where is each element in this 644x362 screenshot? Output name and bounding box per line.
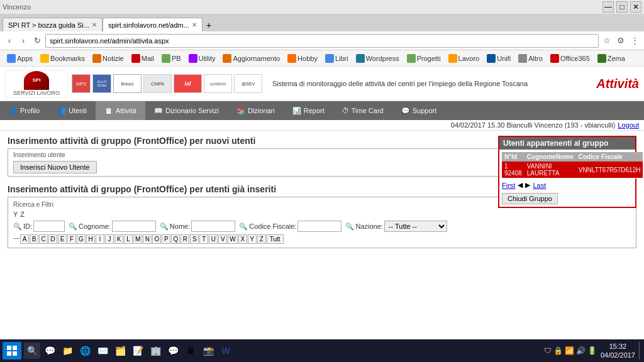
alpha-z[interactable]: Z (257, 234, 266, 244)
back-button[interactable]: ‹ (4, 35, 15, 47)
taskbar-cortana[interactable]: 💬 (42, 343, 58, 359)
taskbar-edge[interactable]: 🌐 (77, 343, 93, 359)
tab-spirt-close[interactable]: ✕ (192, 21, 197, 28)
alpha-c[interactable]: C (39, 234, 48, 244)
alpha-l[interactable]: L (124, 234, 133, 244)
tab-spirt[interactable]: spirt.sinfolavoro.net/adm... ✕ (103, 18, 203, 31)
alpha-x[interactable]: X (238, 234, 247, 244)
alpha-y[interactable]: Y (248, 234, 257, 244)
alpha-d[interactable]: D (48, 234, 57, 244)
nav-dizionari[interactable]: 📚 Dizionari (228, 101, 284, 120)
cognome-input[interactable] (112, 221, 156, 232)
taskbar-mail[interactable]: ✉️ (94, 343, 111, 359)
alpha-h[interactable]: H (86, 234, 95, 244)
alpha-t[interactable]: T (199, 234, 208, 244)
taskbar-camera[interactable]: 📸 (200, 343, 216, 359)
alpha-e[interactable]: E (58, 234, 67, 244)
alpha-a[interactable]: A (20, 234, 29, 244)
bm-lavoro[interactable]: Lavoro (445, 53, 483, 63)
taskbar-skype[interactable]: 💬 (165, 343, 181, 359)
taskbar-notepad[interactable]: 📝 (130, 343, 146, 359)
alpha-m[interactable]: M (133, 234, 142, 244)
nav-report[interactable]: 📊 Report (284, 101, 333, 120)
insert-new-utente-button[interactable]: Inserisci Nuovo Utente (13, 161, 97, 173)
start-button[interactable] (3, 342, 21, 359)
bm-libri[interactable]: Libri (322, 53, 352, 63)
bm-utility[interactable]: Utility (186, 53, 219, 63)
tray-battery[interactable]: 🔋 (587, 346, 597, 355)
alpha-i[interactable]: I (96, 234, 104, 244)
nome-input[interactable] (191, 221, 235, 232)
nav-support[interactable]: 💬 Support (392, 101, 446, 120)
alpha-j[interactable]: J (105, 234, 114, 244)
nome-search-icon: 🔍 (160, 222, 169, 231)
bm-bookmarks[interactable]: Bookmarks (37, 53, 88, 63)
bm-aggiornamento[interactable]: Aggiornamento (219, 53, 283, 63)
alpha-g[interactable]: G (77, 234, 86, 244)
close-group-button[interactable]: Chiudi Gruppo (502, 193, 558, 204)
first-page-link[interactable]: First (502, 182, 515, 189)
show-desktop-button[interactable] (639, 342, 641, 359)
tray-volume[interactable]: 🔊 (576, 346, 586, 355)
alpha-n[interactable]: N (143, 234, 152, 244)
taskbar-office[interactable]: 🏢 (147, 343, 164, 359)
bm-progetti[interactable]: Progetti (404, 53, 444, 63)
tray-network[interactable]: 📶 (565, 346, 574, 355)
address-input[interactable] (45, 34, 599, 48)
bm-notizie[interactable]: Notizie (89, 53, 127, 63)
taskbar-word[interactable]: W (218, 343, 234, 359)
filter-icon-y[interactable]: Y (13, 211, 18, 218)
alpha-o[interactable]: O (152, 234, 161, 244)
alpha-v[interactable]: V (218, 234, 227, 244)
filter-icon-z[interactable]: Z (20, 211, 25, 218)
nav-dizionario-servizi[interactable]: 📖 Dizionario Servizi (145, 101, 228, 120)
table-row[interactable]: 1 92408 VANNINI LAURETTA VNNLTT67R57D612… (502, 162, 643, 178)
nazione-select[interactable]: -- Tutte -- (384, 221, 447, 232)
alpha-b[interactable]: B (30, 234, 38, 244)
taskbar-calc[interactable]: 🖩 (182, 343, 199, 359)
menu-button[interactable]: ⋮ (629, 35, 640, 47)
bm-zema[interactable]: Zema (594, 53, 628, 63)
logout-link[interactable]: Logout (618, 121, 639, 129)
taskbar-explorer[interactable]: 📁 (59, 343, 75, 359)
tray-antivirus[interactable]: 🛡 (544, 346, 552, 355)
nav-profilo[interactable]: 👤 Profilo (0, 101, 48, 120)
bm-office365[interactable]: Office365 (547, 53, 593, 63)
alpha-p[interactable]: P (162, 234, 170, 244)
bm-apps[interactable]: Apps (4, 53, 36, 63)
bookmark-star[interactable]: ☆ (601, 35, 613, 47)
tray-security[interactable]: 🔒 (553, 346, 563, 355)
nav-timecard[interactable]: ⏱ Time Card (333, 101, 392, 120)
alpha-u[interactable]: U (209, 234, 218, 244)
bm-altro[interactable]: Altro (515, 53, 546, 63)
alpha-tutti[interactable]: Tutt (267, 234, 284, 244)
tab-spi[interactable]: SPI RT > bozza guida Si... ✕ (3, 18, 103, 31)
close-button[interactable]: ✕ (630, 1, 641, 13)
taskbar-search[interactable]: 🔍 (24, 343, 40, 359)
new-tab-button[interactable]: + (203, 19, 215, 31)
extensions-button[interactable]: ⚙ (615, 35, 626, 47)
minimize-button[interactable]: — (602, 1, 614, 13)
bm-wordpress[interactable]: Wordpress (353, 53, 402, 63)
time-display[interactable]: 15:32 04/02/2017 (601, 342, 635, 360)
alpha-q[interactable]: Q (171, 234, 180, 244)
codice-input[interactable] (297, 221, 341, 232)
last-page-link[interactable]: Last (533, 182, 546, 189)
maximize-button[interactable]: □ (616, 1, 628, 13)
alpha-s[interactable]: S (190, 234, 199, 244)
id-input[interactable] (33, 221, 65, 232)
forward-button[interactable]: › (18, 35, 29, 47)
bm-unifi[interactable]: Unifi (484, 53, 514, 63)
bm-mail[interactable]: Mail (128, 53, 157, 63)
alpha-f[interactable]: F (67, 234, 76, 244)
tab-spi-close[interactable]: ✕ (92, 21, 97, 28)
bm-pb[interactable]: PB (158, 53, 184, 63)
alpha-w[interactable]: W (228, 234, 237, 244)
nav-utenti[interactable]: 👥 Utenti (48, 101, 96, 120)
reload-button[interactable]: ↻ (31, 35, 43, 47)
bm-hobby[interactable]: Hobby (284, 53, 321, 63)
nav-attivita[interactable]: 📋 Attività (96, 101, 145, 120)
taskbar-filemanager[interactable]: 🗂️ (112, 343, 128, 359)
alpha-r[interactable]: R (180, 234, 189, 244)
alpha-k[interactable]: K (114, 234, 123, 244)
